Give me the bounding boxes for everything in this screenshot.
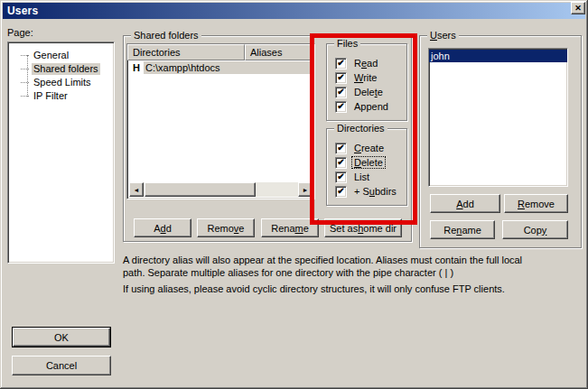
tree-twig-icon bbox=[21, 55, 29, 56]
close-icon: ✕ bbox=[574, 5, 582, 13]
column-header-aliases[interactable]: Aliases bbox=[245, 44, 314, 60]
title-bar[interactable]: Users bbox=[3, 3, 585, 19]
set-as-home-dir-button[interactable]: Set as home dir bbox=[324, 218, 402, 237]
tree-twig-icon bbox=[21, 69, 29, 69]
sidebar-item-label: IP Filter bbox=[32, 90, 70, 102]
tree-twig-icon bbox=[21, 82, 29, 83]
users-group: Users john Add Remove Rename Copy bbox=[419, 35, 582, 248]
scrollbar-track[interactable] bbox=[256, 182, 298, 197]
checkbox-files-write[interactable]: ✔ Write bbox=[335, 71, 378, 84]
user-copy-button[interactable]: Copy bbox=[502, 220, 568, 239]
shared-add-button[interactable]: Add bbox=[134, 218, 191, 237]
user-add-button[interactable]: Add bbox=[430, 194, 500, 213]
files-permissions-group: Files ✔ Read ✔ Write ✔ Delete ✔ Append bbox=[326, 43, 407, 121]
scrollbar-thumb[interactable] bbox=[145, 182, 256, 197]
shared-folders-group-label: Shared folders bbox=[131, 30, 201, 41]
sidebar-item-label: Shared folders bbox=[32, 63, 100, 75]
directories-group-label: Directories bbox=[334, 123, 387, 134]
users-group-label: Users bbox=[427, 30, 459, 41]
scroll-left-icon[interactable]: ◄ bbox=[129, 182, 144, 197]
alias-help-text: A directory alias will also appear at th… bbox=[123, 254, 579, 295]
shared-remove-button[interactable]: Remove bbox=[197, 218, 255, 237]
home-dir-marker: H bbox=[129, 62, 144, 73]
checkbox-checked-icon: ✔ bbox=[335, 58, 347, 69]
sidebar-item-speed-limits[interactable]: Speed Limits bbox=[8, 76, 114, 89]
users-dialog: Users ✕ Page: General Shared folders Spe… bbox=[0, 0, 588, 389]
sidebar-item-ip-filter[interactable]: IP Filter bbox=[8, 89, 114, 103]
checkbox-checked-icon: ✔ bbox=[335, 101, 347, 113]
page-label: Page: bbox=[7, 27, 33, 38]
sidebar-item-label: Speed Limits bbox=[32, 77, 93, 88]
user-rename-button[interactable]: Rename bbox=[430, 220, 495, 239]
user-list-item[interactable]: john bbox=[429, 50, 567, 62]
help-line-2: path. Separate multiple aliases for one … bbox=[123, 267, 453, 278]
help-line-3: If using aliases, please avoid cyclic di… bbox=[123, 283, 505, 294]
cancel-button[interactable]: Cancel bbox=[12, 356, 111, 375]
files-group-label: Files bbox=[334, 38, 360, 49]
shared-folders-group: Shared folders Directories Aliases H C:\… bbox=[123, 35, 412, 242]
checkbox-dirs-list[interactable]: ✔ List bbox=[335, 171, 371, 183]
checkbox-checked-icon: ✔ bbox=[335, 157, 347, 169]
listview-header: Directories Aliases bbox=[127, 44, 314, 60]
user-remove-button[interactable]: Remove bbox=[504, 194, 568, 213]
checkbox-checked-icon: ✔ bbox=[335, 87, 347, 98]
sidebar-item-shared-folders[interactable]: Shared folders bbox=[8, 62, 114, 76]
ok-button[interactable]: OK bbox=[13, 328, 110, 347]
scroll-right-icon[interactable]: ► bbox=[298, 182, 313, 197]
checkbox-files-read[interactable]: ✔ Read bbox=[335, 57, 379, 69]
users-listbox[interactable]: john bbox=[428, 48, 568, 187]
horizontal-scrollbar[interactable]: ◄ ► bbox=[129, 182, 313, 197]
sidebar-item-general[interactable]: General bbox=[8, 49, 114, 62]
checkbox-dirs-subdirs[interactable]: ✔ + Subdirs bbox=[335, 185, 398, 198]
directories-listview[interactable]: Directories Aliases H C:\xampp\htdocs ◄ … bbox=[126, 43, 315, 199]
shared-rename-button[interactable]: Rename bbox=[261, 218, 319, 237]
sidebar-item-label: General bbox=[32, 50, 70, 61]
checkbox-checked-icon: ✔ bbox=[335, 171, 347, 183]
close-button[interactable]: ✕ bbox=[571, 2, 585, 14]
window-title: Users bbox=[7, 5, 38, 17]
checkbox-dirs-delete[interactable]: ✔ Delete bbox=[335, 156, 385, 169]
checkbox-files-delete[interactable]: ✔ Delete bbox=[335, 86, 385, 98]
directories-permissions-group: Directories ✔ Create ✔ Delete ✔ List ✔ +… bbox=[326, 128, 407, 206]
page-tree: General Shared folders Speed Limits IP F… bbox=[7, 42, 115, 264]
checkbox-checked-icon: ✔ bbox=[335, 186, 347, 198]
tree-twig-icon bbox=[21, 96, 29, 97]
checkbox-files-append[interactable]: ✔ Append bbox=[335, 100, 390, 113]
directory-row[interactable]: H C:\xampp\htdocs bbox=[129, 60, 313, 75]
listview-body: H C:\xampp\htdocs bbox=[129, 60, 313, 182]
ok-button-default-ring: OK bbox=[12, 327, 111, 347]
checkbox-checked-icon: ✔ bbox=[335, 72, 347, 84]
checkbox-checked-icon: ✔ bbox=[335, 143, 347, 154]
checkbox-dirs-create[interactable]: ✔ Create bbox=[335, 142, 386, 154]
column-header-directories[interactable]: Directories bbox=[127, 44, 245, 60]
directory-path: C:\xampp\htdocs bbox=[144, 61, 313, 74]
help-line-1: A directory alias will also appear at th… bbox=[123, 255, 522, 265]
